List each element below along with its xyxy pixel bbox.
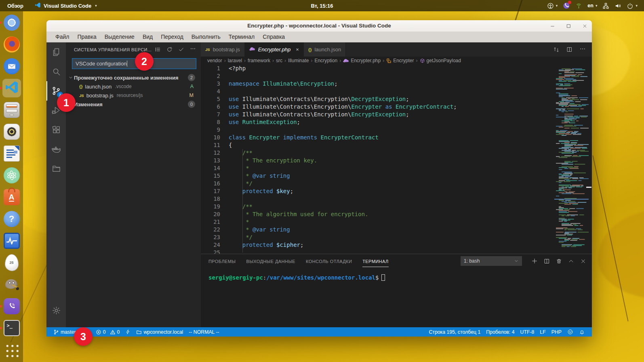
dock-item-viber[interactable]: [2, 297, 21, 316]
line-content: use Illuminate\Contracts\Encryption\Encr…: [220, 111, 409, 118]
activity-extensions[interactable]: [46, 120, 66, 139]
trash-icon[interactable]: [556, 258, 562, 264]
code-editor[interactable]: 1<?php23namespace Illuminate\Encryption;…: [201, 65, 592, 254]
dock-item-firefox[interactable]: [2, 35, 21, 54]
workspace-indicator[interactable]: wpconnector.local: [133, 327, 186, 337]
vscode-logo-icon: [35, 2, 41, 9]
breadcrumb-item[interactable]: framework: [248, 58, 270, 63]
dock-item-atom[interactable]: [2, 166, 21, 185]
maximize-button[interactable]: [565, 23, 572, 29]
menu-правка[interactable]: Правка: [73, 32, 100, 41]
breadcrumb-item[interactable]: Encrypter.php: [343, 58, 381, 63]
commit-check-icon[interactable]: [178, 46, 184, 53]
dock-item-terminal[interactable]: >_: [2, 319, 21, 337]
open-changes-icon[interactable]: [553, 46, 560, 53]
breadcrumb-item[interactable]: src: [276, 58, 282, 63]
panel-tab-debug-console[interactable]: КОНСОЛЬ ОТЛАДКИ: [306, 255, 352, 267]
minimize-button[interactable]: [549, 23, 556, 29]
more-icon[interactable]: [190, 46, 196, 53]
commit-message-input[interactable]: VSCode configuration: [72, 58, 196, 69]
new-terminal-icon[interactable]: [531, 258, 538, 264]
dock-item-vscode[interactable]: [2, 79, 21, 97]
panel-tab-problems[interactable]: ПРОБЛЕМЫ: [208, 255, 236, 267]
menu-выделение[interactable]: Выделение: [101, 32, 139, 41]
dock-item-timer[interactable]: 25: [2, 253, 21, 272]
language-mode-indicator[interactable]: PHP: [549, 329, 564, 335]
network-menu[interactable]: [602, 2, 609, 9]
volume-menu[interactable]: [615, 2, 621, 9]
split-panel-icon[interactable]: [544, 258, 550, 264]
dock-item-audio-player[interactable]: [2, 122, 21, 141]
notifications-button[interactable]: [576, 329, 588, 335]
more-icon[interactable]: [579, 46, 586, 54]
close-panel-icon[interactable]: [580, 258, 586, 264]
connection-status[interactable]: [575, 2, 582, 9]
scrollbar-mark[interactable]: [586, 187, 591, 188]
dock-item-chromium[interactable]: [2, 13, 21, 32]
breadcrumb-item[interactable]: Encryption: [314, 58, 337, 63]
panel-tab-output[interactable]: ВЫХОДНЫЕ ДАННЫЕ: [246, 255, 295, 267]
breadcrumb-item[interactable]: Encrypter: [386, 58, 414, 63]
activities-button[interactable]: Обзор: [0, 0, 31, 11]
menu-вид[interactable]: Вид: [139, 32, 157, 41]
panel-tabs: ПРОБЛЕМЫВЫХОДНЫЕ ДАННЫЕКОНСОЛЬ ОТЛАДКИТЕ…: [208, 255, 389, 267]
close-button[interactable]: [581, 23, 588, 29]
dock-item-file-cabinet[interactable]: [2, 101, 21, 119]
menu-выполнить[interactable]: Выполнить: [187, 32, 225, 41]
breadcrumb-item[interactable]: Illuminate: [288, 58, 309, 63]
power-menu[interactable]: ▾: [627, 2, 638, 9]
activity-folder[interactable]: [46, 159, 66, 178]
dock-item-libreoffice[interactable]: [2, 144, 21, 163]
tab-encrypter-php[interactable]: Encrypter.php×: [245, 42, 304, 57]
menu-файл[interactable]: Файл: [51, 32, 73, 41]
app-grid-button[interactable]: [2, 341, 21, 360]
split-editor-icon[interactable]: [566, 46, 572, 53]
file-name: launch.json: [85, 84, 112, 90]
app-menu-button[interactable]: Visual Studio Code ▾: [31, 0, 101, 11]
tab-bootstrap-js[interactable]: JSbootstrap.js: [201, 42, 245, 57]
dock-item-gimp[interactable]: [2, 275, 21, 294]
maximize-panel-icon[interactable]: [568, 258, 574, 264]
activity-docker[interactable]: [46, 139, 66, 159]
encoding-indicator[interactable]: UTF-8: [518, 329, 537, 335]
activity-search[interactable]: [46, 62, 66, 81]
feedback-button[interactable]: [564, 329, 576, 335]
title-bar[interactable]: Encrypter.php - wpconnector.local - Visu…: [46, 20, 592, 32]
dock-item-system-monitor[interactable]: [2, 232, 21, 250]
indentation-indicator[interactable]: Пробелов: 4: [483, 329, 517, 335]
shell-select[interactable]: 1: bash: [461, 256, 522, 266]
tab-launch-json[interactable]: {}launch.json: [304, 42, 346, 57]
breadcrumb-item[interactable]: laravel: [228, 58, 242, 63]
close-tab-icon[interactable]: ×: [296, 46, 299, 53]
panel-tab-terminal[interactable]: ТЕРМИНАЛ: [362, 255, 388, 267]
viber-tray-button[interactable]: [563, 2, 570, 9]
menu-справка[interactable]: Справка: [259, 32, 289, 41]
eol-indicator[interactable]: LF: [537, 329, 548, 335]
dock-item-ubuntu-software[interactable]: A: [2, 188, 21, 206]
scm-file-row[interactable]: {}launch.json.vscodeA: [66, 82, 201, 91]
cursor-position[interactable]: Строка 195, столбец 1: [426, 329, 483, 335]
dock-item-thunderbird[interactable]: [2, 57, 21, 76]
scm-file-row[interactable]: JSbootstrap.jsresources/jsM: [66, 91, 201, 100]
menu-терминал[interactable]: Терминал: [225, 32, 259, 41]
dock-item-help[interactable]: ?: [2, 210, 21, 228]
minimap[interactable]: [554, 65, 589, 251]
terminal[interactable]: sergiy@sergiy-pc:/var/www/sites/wpconnec…: [201, 268, 592, 281]
vim-mode-indicator[interactable]: -- NORMAL --: [186, 327, 222, 337]
breadcrumb-item[interactable]: vendor: [207, 58, 222, 63]
firefox-icon: [4, 36, 20, 53]
scm-group-header[interactable]: Промежуточно сохраненные изменения2: [66, 73, 201, 82]
menu-переход[interactable]: Переход: [157, 32, 187, 41]
problems-indicator[interactable]: 0 0: [93, 327, 123, 337]
view-list-icon[interactable]: [155, 46, 161, 53]
language-menu[interactable]: en ▾: [587, 3, 597, 8]
accessibility-menu[interactable]: ▾: [547, 2, 558, 9]
activity-explorer[interactable]: [46, 42, 66, 62]
breadcrumb-item[interactable]: getJsonPayload: [420, 58, 461, 63]
manage-button[interactable]: [46, 301, 66, 320]
refresh-icon[interactable]: [166, 46, 173, 53]
scm-group-header[interactable]: Изменения0: [66, 100, 201, 109]
debug-status[interactable]: [122, 327, 133, 337]
ethernet-icon: [602, 2, 609, 9]
code-line: 21 *: [201, 218, 592, 226]
